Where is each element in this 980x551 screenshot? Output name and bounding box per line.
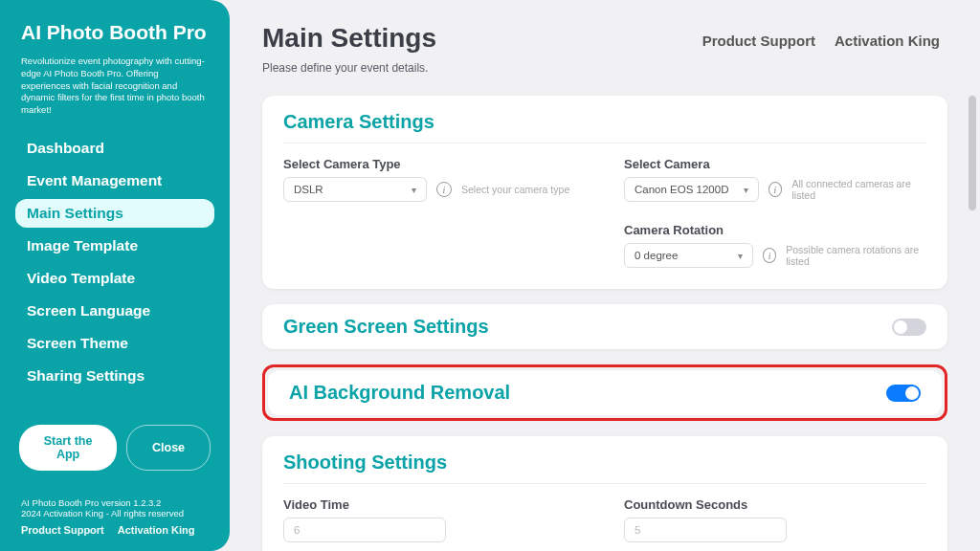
footer-info: AI Photo Booth Pro version 1.2.3.2 2024 … [15, 497, 214, 536]
info-icon[interactable]: i [768, 182, 783, 197]
footer-link-support[interactable]: Product Support [21, 524, 104, 536]
camera-value: Canon EOS 1200D [635, 184, 728, 195]
start-app-button[interactable]: Start the App [19, 425, 117, 471]
shooting-title: Shooting Settings [283, 452, 926, 474]
chevron-down-icon: ▾ [412, 185, 416, 195]
header-link-activation[interactable]: Activation King [835, 33, 940, 49]
version-text: AI Photo Booth Pro version 1.2.3.2 [21, 497, 209, 508]
shooting-settings-card: Shooting Settings Video Time 6 Gif Repea… [262, 436, 947, 551]
nav-screen-theme[interactable]: Screen Theme [15, 329, 214, 358]
sidebar-nav: Dashboard Event Management Main Settings… [15, 134, 214, 394]
ai-bg-toggle[interactable] [886, 385, 921, 402]
video-time-input[interactable]: 6 [283, 518, 446, 542]
countdown-input[interactable]: 5 [624, 518, 787, 542]
scrollbar[interactable] [969, 96, 976, 210]
green-screen-toggle[interactable] [892, 319, 926, 336]
chevron-down-icon: ▾ [744, 185, 748, 195]
chevron-down-icon: ▾ [738, 251, 743, 261]
nav-image-template[interactable]: Image Template [15, 231, 214, 260]
camera-type-label: Select Camera Type [283, 157, 586, 171]
copyright-text: 2024 Activation King - All rights reserv… [21, 508, 209, 518]
footer-link-activation[interactable]: Activation King [118, 524, 195, 536]
page-subtitle: Please define your event details. [262, 61, 947, 75]
close-button[interactable]: Close [126, 425, 211, 471]
rotation-value: 0 degree [635, 250, 678, 261]
rotation-hint: Possible camera rotations are listed [786, 244, 926, 267]
green-screen-title: Green Screen Settings [283, 316, 489, 338]
ai-bg-card: AI Background Removal [268, 370, 942, 415]
rotation-label: Camera Rotation [624, 223, 926, 237]
nav-screen-language[interactable]: Screen Language [15, 297, 214, 325]
camera-type-select[interactable]: DSLR ▾ [283, 177, 427, 202]
countdown-label: Countdown Seconds [624, 497, 926, 512]
camera-label: Select Camera [624, 157, 926, 171]
header-link-support[interactable]: Product Support [702, 33, 815, 49]
ai-bg-title: AI Background Removal [289, 382, 510, 404]
camera-select[interactable]: Canon EOS 1200D ▾ [624, 177, 759, 202]
app-logo: AI Photo Booth Pro [15, 21, 214, 44]
green-screen-card: Green Screen Settings [262, 304, 947, 349]
nav-video-template[interactable]: Video Template [15, 264, 214, 293]
rotation-select[interactable]: 0 degree ▾ [624, 243, 753, 268]
sidebar: AI Photo Booth Pro Revolutionize event p… [0, 0, 230, 551]
info-icon[interactable]: i [763, 248, 776, 263]
nav-event-management[interactable]: Event Management [15, 166, 214, 195]
camera-type-value: DSLR [294, 184, 323, 195]
camera-settings-card: Camera Settings Select Camera Type DSLR … [262, 96, 947, 289]
nav-main-settings[interactable]: Main Settings [15, 199, 214, 228]
nav-dashboard[interactable]: Dashboard [15, 134, 214, 163]
camera-settings-title: Camera Settings [283, 111, 926, 133]
main-content: Product Support Activation King Main Set… [230, 0, 980, 551]
sidebar-buttons: Start the App Close [15, 425, 214, 471]
nav-sharing-settings[interactable]: Sharing Settings [15, 362, 214, 390]
camera-type-hint: Select your camera type [461, 184, 569, 195]
ai-bg-highlight: AI Background Removal [262, 364, 947, 421]
video-time-label: Video Time [283, 497, 586, 512]
info-icon[interactable]: i [436, 182, 452, 197]
camera-hint: All connected cameras are listed [791, 178, 926, 201]
header-links: Product Support Activation King [702, 33, 940, 49]
tagline: Revolutionize event photography with cut… [15, 55, 214, 117]
